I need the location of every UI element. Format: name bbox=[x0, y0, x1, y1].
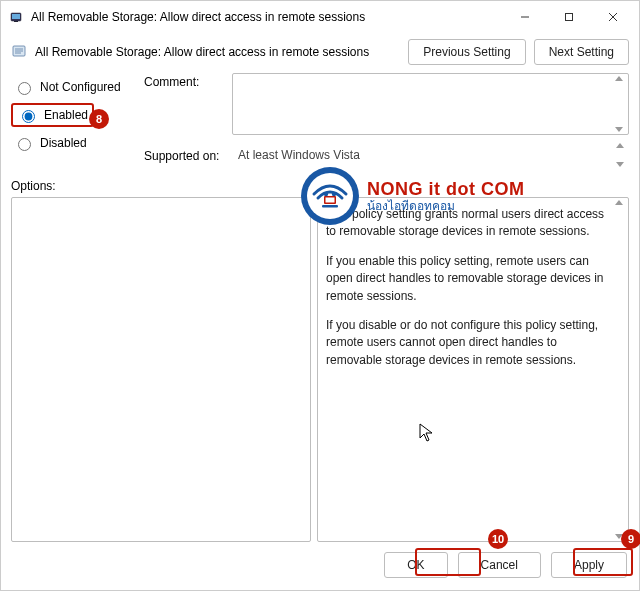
titlebar: All Removable Storage: Allow direct acce… bbox=[1, 1, 639, 33]
options-pane[interactable] bbox=[11, 197, 311, 542]
right-column: Comment: Supported on: At least Windows … bbox=[144, 73, 629, 169]
dialog-buttons: OK Cancel Apply bbox=[1, 542, 639, 590]
svg-rect-2 bbox=[14, 21, 18, 22]
help-scrollbar[interactable] bbox=[612, 200, 626, 539]
radio-enabled-input[interactable] bbox=[22, 110, 35, 123]
window-controls bbox=[503, 2, 635, 32]
radio-enabled[interactable]: Enabled bbox=[17, 107, 88, 123]
app-icon bbox=[9, 9, 25, 25]
policy-header: All Removable Storage: Allow direct acce… bbox=[1, 33, 639, 73]
help-paragraph: If you disable or do not configure this … bbox=[326, 317, 610, 369]
comment-row: Comment: bbox=[144, 73, 629, 135]
next-setting-button[interactable]: Next Setting bbox=[534, 39, 629, 65]
apply-button[interactable]: Apply bbox=[551, 552, 627, 578]
state-radiogroup: Not Configured Enabled Disabled bbox=[11, 73, 136, 169]
policy-title: All Removable Storage: Allow direct acce… bbox=[35, 45, 400, 59]
help-pane[interactable]: This policy setting grants normal users … bbox=[317, 197, 629, 542]
scroll-down-icon[interactable] bbox=[615, 534, 623, 539]
svg-rect-4 bbox=[566, 14, 573, 21]
radio-label: Enabled bbox=[44, 108, 88, 122]
scroll-up-icon[interactable] bbox=[615, 76, 623, 81]
supported-scrollbar bbox=[613, 143, 627, 167]
config-area: Not Configured Enabled Disabled Comment: bbox=[1, 73, 639, 173]
policy-icon bbox=[11, 44, 27, 60]
options-label: Options: bbox=[11, 179, 311, 193]
pane-labels: Options: Help: bbox=[1, 173, 639, 197]
svg-rect-1 bbox=[12, 14, 20, 19]
radio-not-configured-input[interactable] bbox=[18, 82, 31, 95]
radio-not-configured[interactable]: Not Configured bbox=[11, 75, 136, 99]
comment-label: Comment: bbox=[144, 73, 224, 89]
cancel-button[interactable]: Cancel bbox=[458, 552, 541, 578]
policy-dialog-window: All Removable Storage: Allow direct acce… bbox=[0, 0, 640, 591]
help-label: Help: bbox=[311, 179, 629, 193]
supported-row: Supported on: At least Windows Vista bbox=[144, 141, 629, 169]
radio-label: Disabled bbox=[40, 136, 87, 150]
comment-textarea[interactable] bbox=[232, 73, 629, 135]
ok-button[interactable]: OK bbox=[384, 552, 447, 578]
nav-buttons: Previous Setting Next Setting bbox=[408, 39, 629, 65]
comment-scrollbar[interactable] bbox=[612, 76, 626, 132]
scroll-up-icon[interactable] bbox=[615, 200, 623, 205]
close-button[interactable] bbox=[591, 2, 635, 32]
window-title: All Removable Storage: Allow direct acce… bbox=[31, 10, 503, 24]
supported-label: Supported on: bbox=[144, 147, 224, 163]
scroll-up-icon bbox=[616, 143, 624, 148]
supported-on-value: At least Windows Vista bbox=[232, 141, 629, 169]
help-paragraph: This policy setting grants normal users … bbox=[326, 206, 610, 241]
panes: This policy setting grants normal users … bbox=[1, 197, 639, 542]
radio-disabled[interactable]: Disabled bbox=[11, 131, 136, 155]
minimize-button[interactable] bbox=[503, 2, 547, 32]
help-paragraph: If you enable this policy setting, remot… bbox=[326, 253, 610, 305]
scroll-down-icon bbox=[616, 162, 624, 167]
maximize-button[interactable] bbox=[547, 2, 591, 32]
previous-setting-button[interactable]: Previous Setting bbox=[408, 39, 525, 65]
radio-label: Not Configured bbox=[40, 80, 121, 94]
radio-disabled-input[interactable] bbox=[18, 138, 31, 151]
scroll-down-icon[interactable] bbox=[615, 127, 623, 132]
